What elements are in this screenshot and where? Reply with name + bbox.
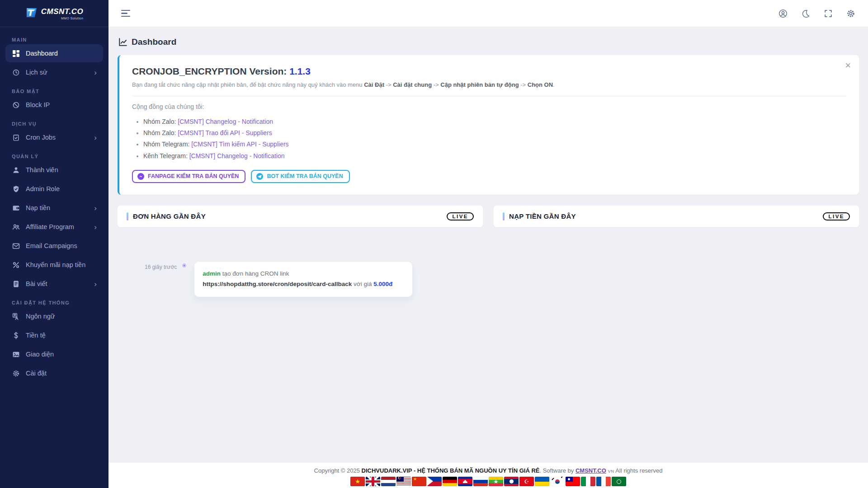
flag-ua-icon[interactable] xyxy=(535,477,549,486)
flag-mm-icon[interactable] xyxy=(489,477,503,486)
fullscreen-icon xyxy=(824,9,833,18)
sidebar-item-block-ip[interactable]: Block IP xyxy=(5,96,103,114)
theme-icon xyxy=(12,350,20,358)
flag-ru-icon[interactable] xyxy=(473,477,488,486)
flag-cn-icon[interactable] xyxy=(412,477,426,486)
sidebar-item-label: Tiền tệ xyxy=(26,332,97,339)
live-badge: LIVE xyxy=(447,212,474,221)
sidebar-item-thanh-vien[interactable]: Thành viên xyxy=(5,161,103,179)
country-code: VN xyxy=(608,469,614,474)
percent-icon xyxy=(12,261,20,269)
brand-subtitle: MMO Solution xyxy=(61,17,83,20)
accent-bar xyxy=(503,212,505,221)
sidebar-item-khuyen-mai[interactable]: Khuyến mãi nạp tiền xyxy=(5,256,103,274)
flag-de-icon[interactable] xyxy=(443,477,457,486)
actor-username: admin xyxy=(203,270,221,277)
moon-icon xyxy=(801,9,810,18)
sidebar-item-admin-role[interactable]: Admin Role xyxy=(5,180,103,198)
section-label-quan-ly: QUẢN LÝ xyxy=(12,154,97,159)
flag-arab-icon[interactable] xyxy=(612,477,626,486)
flag-la-icon[interactable] xyxy=(504,477,519,486)
user-menu-button[interactable] xyxy=(778,9,788,18)
flag-kr-icon[interactable] xyxy=(550,477,565,486)
sidebar-item-label: Lịch sử xyxy=(26,69,88,76)
fanpage-license-check-button[interactable]: FANPAGE KIỂM TRA BẢN QUYỀN xyxy=(132,170,245,183)
dashboard-icon xyxy=(12,49,20,57)
mail-icon xyxy=(12,242,20,250)
alert-title: CRONJOB_ENCRYPTION Version: 1.1.3 xyxy=(132,66,846,77)
telegram-group-link[interactable]: [CMSNT] Tìm kiếm API - Suppliers xyxy=(191,141,288,148)
header-settings-button[interactable] xyxy=(846,9,855,18)
accent-bar xyxy=(127,212,128,221)
sidebar-item-bai-viet[interactable]: Bài viết › xyxy=(5,275,103,293)
fullscreen-button[interactable] xyxy=(824,9,833,18)
sidebar-item-label: Dashboard xyxy=(26,50,97,57)
page-title: Dashboard xyxy=(118,37,858,47)
section-label-bao-mat: BẢO MẬT xyxy=(12,89,97,94)
panel-title: NẠP TIỀN GẦN ĐÂY xyxy=(509,212,576,220)
flag-vn-icon[interactable] xyxy=(350,477,365,486)
sidebar-item-affiliate-program[interactable]: Affiliate Program › xyxy=(5,218,103,236)
sidebar-nav: MAIN Dashboard Lịch sử › BẢO MẬT Blo xyxy=(0,27,108,392)
sidebar-item-tien-te[interactable]: Tiền tệ xyxy=(5,326,103,344)
brand-title: CMSNT.CO xyxy=(41,7,83,16)
brand-logo-icon xyxy=(25,7,38,20)
timeline-timestamp: 16 giây trước xyxy=(145,264,177,270)
zalo-api-link[interactable]: [CMSNT] Trao đổi API - Suppliers xyxy=(178,129,272,136)
chevron-right-icon: › xyxy=(94,204,97,212)
cronjob-alert-card: × CRONJOB_ENCRYPTION Version: 1.1.3 Bạn … xyxy=(118,55,859,195)
flag-nl-icon[interactable] xyxy=(381,477,396,486)
alert-description: Bạn đang tắt chức năng cập nhật phiên bả… xyxy=(132,81,846,88)
copyright-text: Copyright © 2025 DICHVUDARK.VIP - HỆ THỐ… xyxy=(108,467,868,474)
version-number: 1.1.3 xyxy=(289,66,311,76)
sidebar-item-nap-tien[interactable]: Nạp tiền › xyxy=(5,199,103,217)
zalo-changelog-link[interactable]: [CMSNT] Changelog - Notification xyxy=(178,118,273,125)
recent-deposits-header: NẠP TIỀN GẦN ĐÂY LIVE xyxy=(494,206,859,227)
cron-icon xyxy=(12,133,20,141)
user-circle-icon xyxy=(778,9,788,18)
sidebar-item-dashboard[interactable]: Dashboard xyxy=(5,44,103,62)
flag-tw-icon[interactable] xyxy=(566,477,580,486)
sidebar-item-label: Nạp tiền xyxy=(26,204,88,211)
divider xyxy=(132,96,846,96)
flag-tr-icon[interactable] xyxy=(519,477,534,486)
sidebar: CMSNT.CO MMO Solution MAIN Dashboard Lịc… xyxy=(0,0,108,488)
sidebar-item-label: Email Campaigns xyxy=(26,242,97,249)
gear-icon xyxy=(846,9,855,18)
sidebar-item-label: Block IP xyxy=(26,101,97,108)
dark-mode-toggle[interactable] xyxy=(801,9,810,18)
people-icon xyxy=(12,223,20,231)
sidebar-item-lich-su[interactable]: Lịch sử › xyxy=(5,63,103,81)
flag-fr-icon[interactable] xyxy=(596,477,611,486)
bot-license-check-button[interactable]: BOT KIỂM TRA BẢN QUYỀN xyxy=(251,170,349,183)
flag-ph-icon[interactable] xyxy=(427,477,442,486)
sidebar-item-email-campaigns[interactable]: Email Campaigns xyxy=(5,237,103,255)
community-links-list: Nhóm Zalo: [CMSNT] Changelog - Notificat… xyxy=(132,116,846,162)
chevron-right-icon: › xyxy=(94,223,97,231)
telegram-channel-link[interactable]: [CMSNT] Changelog - Notification xyxy=(189,152,285,160)
flag-kh-icon[interactable] xyxy=(458,477,472,486)
sidebar-item-giao-dien[interactable]: Giao diện xyxy=(5,345,103,363)
sidebar-item-cron-jobs[interactable]: Cron Jobs › xyxy=(5,128,103,146)
sidebar-item-cai-dat[interactable]: Cài đặt xyxy=(5,364,103,382)
user-icon xyxy=(12,166,20,174)
order-url: https://shopdatthg.store/cron/deposit/ca… xyxy=(203,281,352,287)
live-badge: LIVE xyxy=(823,212,850,221)
order-amount: 5.000đ xyxy=(373,281,392,287)
sidebar-toggle-button[interactable] xyxy=(121,10,130,17)
close-icon[interactable]: × xyxy=(845,61,851,70)
list-item: Nhóm Zalo: [CMSNT] Trao đổi API - Suppli… xyxy=(143,127,846,139)
sidebar-item-ngon-ngu[interactable]: Ngôn ngữ xyxy=(5,307,103,325)
flag-my-icon[interactable] xyxy=(396,477,411,486)
flag-gb-icon[interactable] xyxy=(366,477,380,486)
sidebar-item-label: Bài viết xyxy=(26,280,88,287)
sidebar-item-label: Admin Role xyxy=(26,185,97,192)
community-label: Cộng đồng của chúng tôi: xyxy=(132,103,846,110)
order-timeline: 16 giây trước admin tạo đơn hàng CRON li… xyxy=(145,262,483,297)
flag-it-icon[interactable] xyxy=(581,477,595,486)
cmsnt-link[interactable]: CMSNT.CO xyxy=(576,467,606,474)
chart-line-icon xyxy=(118,38,127,47)
list-item: Kênh Telegram: [CMSNT] Changelog - Notif… xyxy=(143,150,846,162)
brand-logo[interactable]: CMSNT.CO MMO Solution xyxy=(0,0,108,27)
settings-icon xyxy=(12,369,20,377)
